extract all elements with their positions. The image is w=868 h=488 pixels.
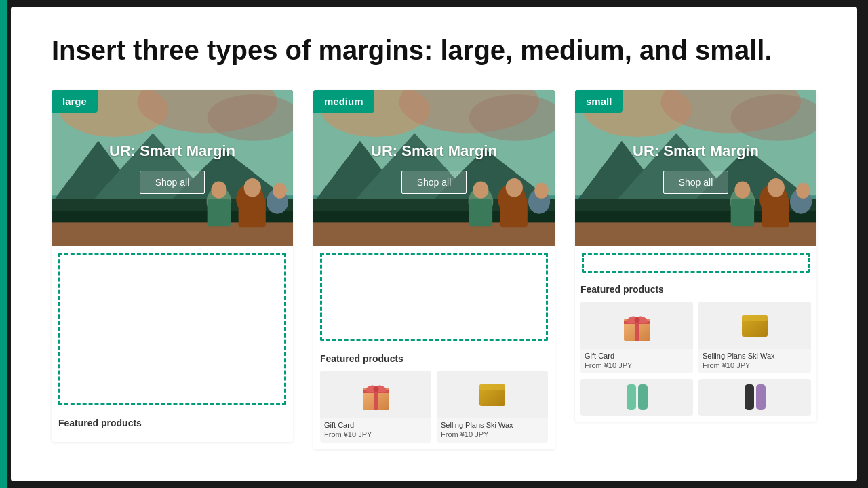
product-img-wax-medium — [437, 371, 548, 418]
featured-section-small: Featured products — [575, 280, 816, 422]
gift-box-icon-medium — [357, 376, 395, 413]
card-medium: medium UR: Smart Margin Shop all Feature… — [313, 90, 555, 449]
products-grid-small-row2 — [580, 379, 811, 416]
product-name-gift-medium: Gift Card — [324, 421, 427, 429]
banner-content-large: UR: Smart Margin Shop all — [52, 90, 293, 246]
card-large: large UR: Smart Margin Shop all Featured… — [52, 90, 293, 442]
product-price-wax-medium: From ¥10 JPY — [441, 430, 544, 439]
product-name-gift-small: Gift Card — [585, 352, 689, 360]
featured-title-large: Featured products — [58, 418, 286, 428]
banner-title-large: UR: Smart Margin — [109, 142, 235, 160]
banner-large: large UR: Smart Margin Shop all — [52, 90, 293, 246]
product-info-wax-medium: Selling Plans Ski Wax From ¥10 JPY — [437, 418, 548, 443]
svg-rect-50 — [479, 384, 505, 390]
cards-row: large UR: Smart Margin Shop all Featured… — [52, 90, 816, 449]
products-grid-small: Gift Card From ¥10 JPY — [580, 302, 811, 373]
banner-small: small UR: Smart Margin Shop all — [575, 90, 816, 246]
size-tag-large: large — [52, 90, 98, 113]
main-container: Insert three types of margins: large, me… — [11, 7, 857, 481]
banner-content-small: UR: Smart Margin Shop all — [575, 90, 816, 246]
product-name-wax-small: Selling Plans Ski Wax — [703, 352, 807, 360]
svg-point-48 — [373, 386, 378, 392]
shop-all-button-medium[interactable]: Shop all — [401, 171, 467, 194]
dashed-area-small — [582, 253, 810, 273]
wax-block-icon-medium — [474, 376, 511, 413]
shop-all-button-large[interactable]: Shop all — [140, 171, 205, 194]
card-small: small UR: Smart Margin Shop all Featured… — [575, 90, 816, 422]
gift-box-icon-small — [618, 307, 656, 344]
banner-title-medium: UR: Smart Margin — [371, 142, 497, 160]
product-info-gift-small: Gift Card From ¥10 JPY — [580, 349, 693, 373]
product-img-wax-small — [698, 302, 811, 349]
featured-title-small: Featured products — [580, 284, 811, 295]
shop-all-button-small[interactable]: Shop all — [663, 171, 729, 194]
svg-rect-80 — [627, 384, 636, 410]
banner-medium: medium UR: Smart Margin Shop all — [313, 90, 555, 246]
wax-block-icon-small — [736, 307, 774, 344]
product-name-wax-medium: Selling Plans Ski Wax — [441, 421, 544, 429]
featured-section-medium: Featured products — [313, 348, 555, 449]
product-card-wax-medium: Selling Plans Ski Wax From ¥10 JPY — [437, 371, 548, 443]
banner-content-medium: UR: Smart Margin Shop all — [313, 90, 555, 246]
product-info-wax-small: Selling Plans Ski Wax From ¥10 JPY — [698, 349, 811, 373]
svg-rect-83 — [756, 384, 766, 410]
featured-title-medium: Featured products — [320, 353, 548, 364]
banner-title-small: UR: Smart Margin — [633, 142, 759, 160]
product-card-gift-small: Gift Card From ¥10 JPY — [580, 302, 693, 373]
product-card-acc2-small — [698, 379, 811, 416]
product-info-gift-medium: Gift Card From ¥10 JPY — [320, 418, 431, 443]
size-tag-medium: medium — [313, 90, 374, 113]
product-price-gift-medium: From ¥10 JPY — [324, 430, 427, 439]
svg-rect-79 — [742, 315, 768, 321]
page-title: Insert three types of margins: large, me… — [52, 34, 816, 66]
product-img-gift-small — [580, 302, 693, 349]
product-img-acc1-small — [580, 379, 693, 416]
featured-section-large: Featured products — [52, 412, 293, 442]
product-price-wax-small: From ¥10 JPY — [703, 361, 807, 369]
products-grid-medium: Gift Card From ¥10 JPY — [320, 371, 548, 443]
accessory2-icon-small — [736, 379, 774, 416]
svg-point-77 — [634, 317, 639, 323]
product-img-gift-medium — [320, 371, 431, 418]
size-tag-small: small — [575, 90, 623, 113]
product-card-gift-medium: Gift Card From ¥10 JPY — [320, 371, 431, 443]
svg-rect-81 — [638, 384, 648, 410]
dashed-area-large — [58, 253, 286, 405]
product-card-acc1-small — [580, 379, 693, 416]
product-img-acc2-small — [698, 379, 811, 416]
dashed-area-medium — [320, 253, 548, 341]
product-price-gift-small: From ¥10 JPY — [585, 361, 689, 369]
accessory1-icon-small — [618, 379, 656, 416]
svg-rect-82 — [745, 384, 754, 410]
product-card-wax-small: Selling Plans Ski Wax From ¥10 JPY — [698, 302, 811, 373]
